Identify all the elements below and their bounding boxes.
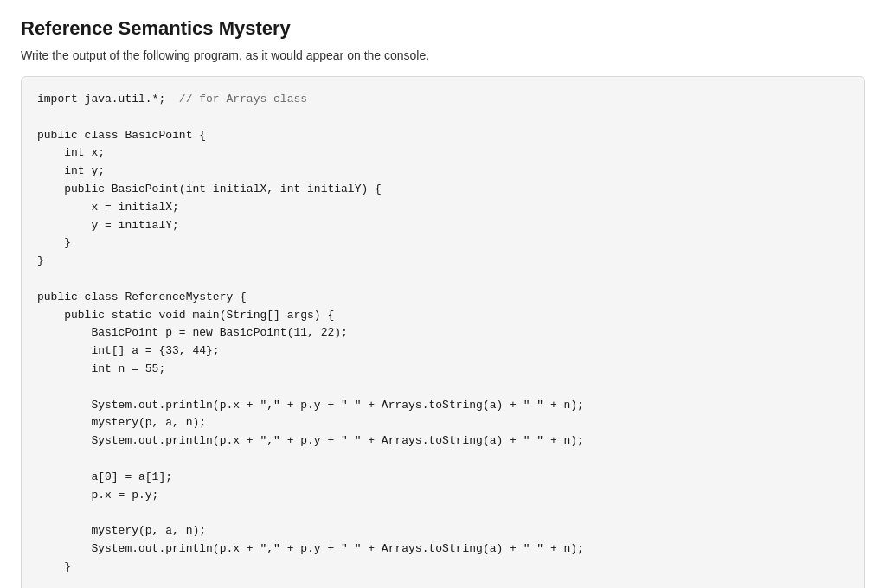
subtitle: Write the output of the following progra… bbox=[21, 48, 865, 62]
page-title: Reference Semantics Mystery bbox=[21, 17, 865, 40]
code-content: import java.util.*; // for Arrays class … bbox=[37, 91, 849, 588]
code-block: import java.util.*; // for Arrays class … bbox=[21, 76, 865, 588]
